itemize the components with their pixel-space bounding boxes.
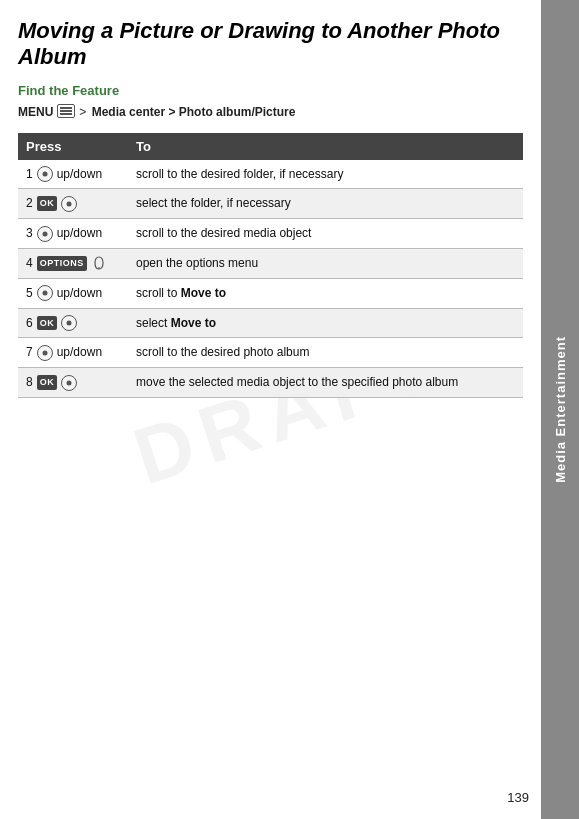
menu-label: MENU bbox=[18, 104, 53, 121]
step-num-2: 2 bbox=[26, 195, 33, 212]
nav-circle-icon-6 bbox=[61, 315, 77, 331]
step-to-6-bold: Move to bbox=[171, 316, 216, 330]
step-to-2: select the folder, if necessary bbox=[128, 189, 523, 219]
nav-circle-icon-7 bbox=[37, 345, 53, 361]
press-label-7: up/down bbox=[57, 344, 102, 361]
table-row: 2 OK select the folder, if necessary bbox=[18, 189, 523, 219]
table-row: 3 up/down scroll to the desired media ob… bbox=[18, 219, 523, 249]
sidebar-label: Media Entertainment bbox=[553, 336, 568, 483]
step-num-8: 8 bbox=[26, 374, 33, 391]
press-label-5: up/down bbox=[57, 285, 102, 302]
table-row: 8 OK move the selected media object to t… bbox=[18, 368, 523, 398]
step-to-6-plain: select bbox=[136, 316, 171, 330]
step-press-2: 2 OK bbox=[18, 189, 128, 219]
press-label-3: up/down bbox=[57, 225, 102, 242]
table-row: 5 up/down scroll to Move to bbox=[18, 278, 523, 308]
nav-path-text: Media center > Photo album/Picture bbox=[88, 104, 295, 121]
step-to-5: scroll to Move to bbox=[128, 278, 523, 308]
step-to-1: scroll to the desired folder, if necessa… bbox=[128, 160, 523, 189]
step-press-8: 8 OK bbox=[18, 368, 128, 398]
table-row: 6 OK select Move to bbox=[18, 308, 523, 338]
svg-point-0 bbox=[98, 268, 100, 270]
step-to-5-plain: scroll to bbox=[136, 286, 181, 300]
nav-arrow: > bbox=[79, 104, 86, 121]
nav-circle-icon-1 bbox=[37, 166, 53, 182]
options-badge-4: OPTIONS bbox=[37, 256, 87, 271]
step-press-5: 5 up/down bbox=[18, 278, 128, 308]
main-content: Moving a Picture or Drawing to Another P… bbox=[0, 0, 541, 819]
step-press-6: 6 OK bbox=[18, 308, 128, 338]
nav-circle-icon-8 bbox=[61, 375, 77, 391]
step-press-7: 7 up/down bbox=[18, 338, 128, 368]
step-to-4: open the options menu bbox=[128, 248, 523, 278]
press-label-1: up/down bbox=[57, 166, 102, 183]
find-feature-label: Find the Feature bbox=[18, 83, 523, 98]
page-container: DRAFT Media Entertainment Moving a Pictu… bbox=[0, 0, 579, 819]
step-num-6: 6 bbox=[26, 315, 33, 332]
options-phone-icon bbox=[91, 255, 107, 271]
step-to-6: select Move to bbox=[128, 308, 523, 338]
step-to-3: scroll to the desired media object bbox=[128, 219, 523, 249]
step-num-3: 3 bbox=[26, 225, 33, 242]
step-num-5: 5 bbox=[26, 285, 33, 302]
page-number: 139 bbox=[507, 790, 529, 805]
nav-circle-icon-2 bbox=[61, 196, 77, 212]
step-to-8: move the selected media object to the sp… bbox=[128, 368, 523, 398]
page-title: Moving a Picture or Drawing to Another P… bbox=[18, 18, 523, 71]
step-to-5-bold: Move to bbox=[181, 286, 226, 300]
step-num-7: 7 bbox=[26, 344, 33, 361]
step-num-4: 4 bbox=[26, 255, 33, 272]
instruction-table: Press To 1 up/down scroll to the desired… bbox=[18, 133, 523, 398]
step-press-3: 3 up/down bbox=[18, 219, 128, 249]
table-row: 4 OPTIONS open the options menu bbox=[18, 248, 523, 278]
nav-circle-icon-5 bbox=[37, 285, 53, 301]
step-num-1: 1 bbox=[26, 166, 33, 183]
step-press-1: 1 up/down bbox=[18, 160, 128, 189]
nav-circle-icon-3 bbox=[37, 226, 53, 242]
table-row: 1 up/down scroll to the desired folder, … bbox=[18, 160, 523, 189]
table-row: 7 up/down scroll to the desired photo al… bbox=[18, 338, 523, 368]
nav-path: MENU > Media center > Photo album/Pictur… bbox=[18, 104, 523, 121]
ok-badge-8: OK bbox=[37, 375, 58, 390]
right-sidebar: Media Entertainment bbox=[541, 0, 579, 819]
ok-badge-6: OK bbox=[37, 316, 58, 331]
col-press: Press bbox=[18, 133, 128, 160]
step-to-7: scroll to the desired photo album bbox=[128, 338, 523, 368]
menu-icon bbox=[57, 104, 75, 118]
step-press-4: 4 OPTIONS bbox=[18, 248, 128, 278]
col-to: To bbox=[128, 133, 523, 160]
ok-badge-2: OK bbox=[37, 196, 58, 211]
